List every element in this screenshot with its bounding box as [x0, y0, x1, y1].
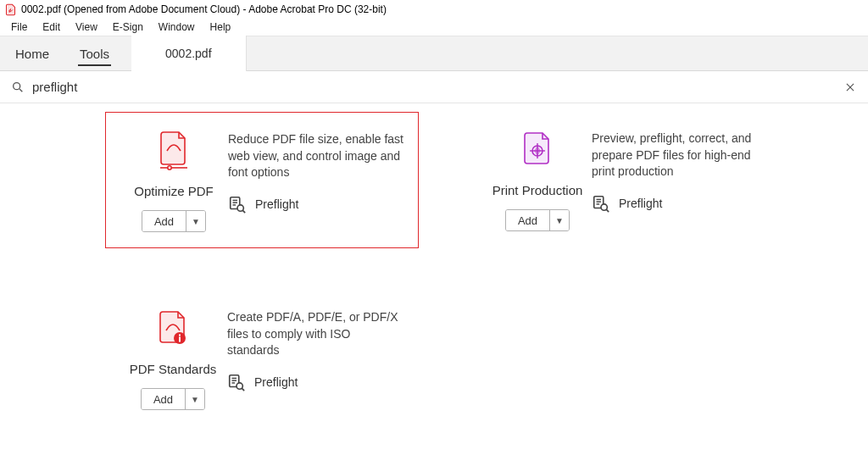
menu-edit[interactable]: Edit — [35, 19, 68, 35]
preflight-icon — [227, 373, 246, 391]
tab-document[interactable]: 0002.pdf — [131, 36, 247, 71]
svg-line-11 — [242, 210, 245, 213]
preflight-icon — [228, 195, 247, 214]
sub-tool-label: Preflight — [255, 197, 298, 211]
svg-point-19 — [601, 204, 607, 210]
add-dropdown[interactable]: ▼ — [550, 210, 569, 230]
window-titlebar: 0002.pdf (Opened from Adobe Document Clo… — [0, 0, 868, 19]
sub-tool-label: Preflight — [619, 197, 662, 210]
add-button[interactable]: Add — [142, 211, 186, 231]
add-split-button[interactable]: Add ▼ — [505, 209, 570, 231]
svg-rect-23 — [179, 337, 181, 342]
sub-tool-label: Preflight — [254, 375, 298, 389]
tools-content: Optimize PDF Add ▼ Reduce PDF file size,… — [0, 103, 868, 434]
add-split-button[interactable]: Add ▼ — [141, 388, 205, 410]
menu-window[interactable]: Window — [151, 19, 203, 35]
menu-view[interactable]: View — [68, 19, 105, 35]
optimize-pdf-icon — [154, 131, 193, 170]
search-input[interactable] — [32, 80, 843, 94]
svg-line-29 — [242, 388, 244, 391]
pdf-standards-icon — [153, 309, 192, 348]
add-split-button[interactable]: Add ▼ — [142, 210, 206, 232]
add-dropdown[interactable]: ▼ — [186, 389, 204, 409]
svg-rect-22 — [179, 335, 181, 336]
tool-title: PDF Standards — [130, 362, 217, 376]
menu-esign[interactable]: E-Sign — [105, 19, 151, 35]
menu-file[interactable]: File — [3, 19, 35, 35]
svg-line-1 — [19, 89, 22, 92]
preflight-icon — [592, 194, 610, 213]
add-button[interactable]: Add — [506, 210, 550, 230]
add-dropdown[interactable]: ▼ — [186, 211, 205, 231]
tab-bar: Home Tools 0002.pdf — [0, 36, 868, 71]
tool-card-optimize-pdf[interactable]: Optimize PDF Add ▼ Reduce PDF file size,… — [105, 112, 419, 248]
window-title: 0002.pdf (Opened from Adobe Document Clo… — [21, 3, 387, 15]
svg-point-10 — [237, 205, 243, 211]
svg-point-5 — [168, 166, 171, 169]
tool-card-print-production[interactable]: Print Production Add ▼ Preview, prefligh… — [470, 112, 783, 248]
svg-line-20 — [606, 209, 609, 212]
clear-search-button[interactable] — [843, 80, 858, 95]
tool-description: Create PDF/A, PDF/E, or PDF/X files to c… — [227, 309, 405, 359]
sub-tool-preflight[interactable]: Preflight — [592, 194, 770, 213]
tool-card-pdf-standards[interactable]: PDF Standards Add ▼ Create PDF/A, PDF/E,… — [105, 291, 419, 425]
search-bar — [0, 71, 868, 103]
sub-tool-preflight[interactable]: Preflight — [227, 373, 405, 391]
svg-point-28 — [236, 383, 242, 389]
tab-home[interactable]: Home — [0, 36, 64, 71]
search-icon — [10, 80, 25, 95]
menu-bar: File Edit View E-Sign Window Help — [0, 19, 868, 36]
sub-tool-preflight[interactable]: Preflight — [228, 195, 404, 214]
menu-help[interactable]: Help — [203, 19, 239, 35]
tool-title: Print Production — [492, 183, 583, 197]
acrobat-icon — [3, 3, 17, 16]
tool-description: Reduce PDF file size, enable fast web vi… — [228, 131, 404, 181]
tool-title: Optimize PDF — [134, 184, 213, 198]
tab-tools[interactable]: Tools — [64, 36, 125, 71]
svg-point-0 — [14, 82, 20, 89]
tool-description: Preview, preflight, correct, and prepare… — [592, 130, 770, 180]
print-production-icon — [518, 130, 557, 169]
add-button[interactable]: Add — [142, 389, 186, 409]
